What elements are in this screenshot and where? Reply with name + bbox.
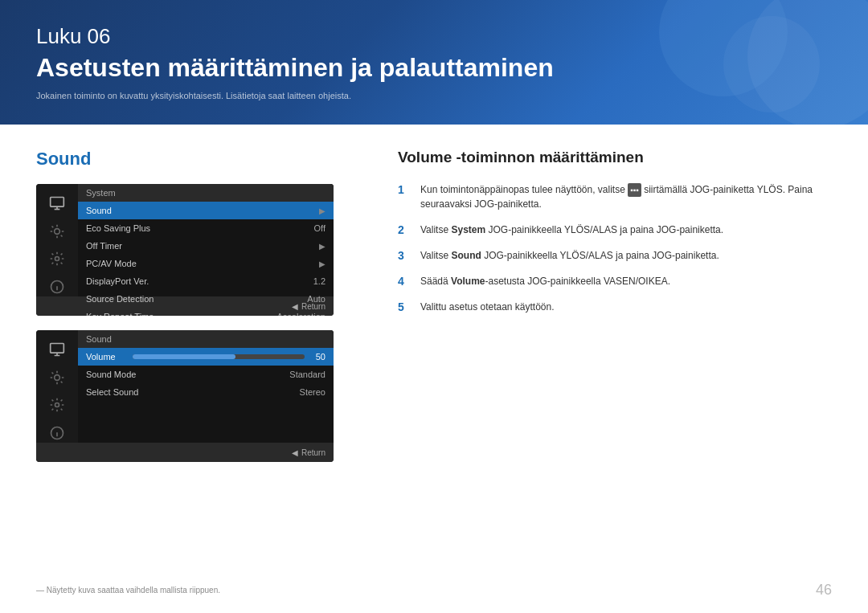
svg-rect-0 (51, 198, 64, 207)
menu-header-2: Sound (78, 330, 334, 348)
svg-point-10 (55, 257, 59, 261)
monitor-screenshot-1: System Sound ▶ Eco Saving Plus Off Off T… (36, 184, 334, 316)
monitor-menu-1: System Sound ▶ Eco Saving Plus Off Off T… (78, 184, 334, 296)
menu-item-selectsound: Select Sound Stereo (78, 383, 334, 401)
header-banner: Luku 06 Asetusten määrittäminen ja palau… (0, 0, 868, 125)
step-item-3: 3 Valitse Sound JOG-painikkeella YLÖS/AL… (398, 248, 832, 263)
volume-value: 50 (309, 352, 326, 362)
menu-item-soundmode: Sound Mode Standard (78, 366, 334, 383)
content-title: Volume -toiminnon määrittäminen (398, 149, 832, 166)
menu-item-offtimer: Off Timer ▶ (78, 237, 334, 255)
menu-header-1: System (78, 184, 334, 202)
monitor-inner-1: System Sound ▶ Eco Saving Plus Off Off T… (36, 184, 334, 296)
svg-line-6 (52, 226, 54, 227)
section-title: Sound (36, 149, 374, 170)
menu-item-displayport: DisplayPort Ver. 1.2 (78, 272, 334, 290)
chapter-label: Luku 06 (36, 24, 832, 49)
svg-line-7 (61, 235, 63, 237)
volume-slider: 50 (133, 352, 326, 362)
svg-line-20 (52, 372, 54, 374)
page-number: 46 (816, 582, 832, 599)
left-column: Sound (36, 149, 374, 589)
monitor-menu-2: Sound Volume 50 Sound Mode Standa (78, 330, 334, 443)
header-subtitle: Jokainen toiminto on kuvattu yksityiskoh… (36, 91, 832, 100)
step-item-1: 1 Kun toimintonäppäinopas tulee näyttöön… (398, 182, 832, 211)
steps-list: 1 Kun toimintonäppäinopas tulee näyttöön… (398, 182, 832, 314)
main-content: Sound (0, 125, 868, 613)
volume-fill (133, 354, 235, 359)
menu-item-pcav: PC/AV Mode ▶ (78, 255, 334, 272)
step-item-5: 5 Valittu asetus otetaan käyttöön. (398, 300, 832, 314)
step-number-4: 4 (398, 275, 409, 288)
step-text-4: Säädä Volume-asetusta JOG-painikkeella V… (420, 274, 670, 288)
return-label-1: ◀ Return (292, 302, 326, 311)
monitor-inner-2: Sound Volume 50 Sound Mode Standa (36, 330, 334, 443)
svg-line-21 (61, 382, 63, 383)
step-text-2: Valitse System JOG-painikkeella YLÖS/ALA… (420, 223, 723, 237)
step-item-2: 2 Valitse System JOG-painikkeella YLÖS/A… (398, 223, 832, 237)
menu-item-volume: Volume 50 (78, 348, 334, 366)
page-title: Asetusten määrittäminen ja palauttaminen (36, 53, 832, 83)
sidebar-icon-info (46, 277, 68, 297)
right-column: Volume -toiminnon määrittäminen 1 Kun to… (398, 149, 832, 589)
svg-rect-14 (51, 344, 64, 353)
step-item-4: 4 Säädä Volume-asetusta JOG-painikkeella… (398, 274, 832, 288)
menu-item-sound: Sound ▶ (78, 202, 334, 219)
step-text-3: Valitse Sound JOG-painikkeella YLÖS/ALAS… (420, 248, 719, 263)
monitor-footer-2: ◀ Return (36, 443, 334, 462)
page-footer: — Näytetty kuva saattaa vaihdella mallis… (0, 582, 868, 599)
step-number-1: 1 (398, 183, 409, 196)
menu-item-eco: Eco Saving Plus Off (78, 219, 334, 237)
step-number-3: 3 (398, 249, 409, 262)
sidebar-icon-settings (46, 249, 68, 269)
return-label-2: ◀ Return (292, 448, 326, 457)
svg-point-24 (55, 403, 59, 407)
monitor-screenshot-2: Sound Volume 50 Sound Mode Standa (36, 330, 334, 462)
sidebar-icon-info-2 (46, 423, 68, 443)
monitor-sidebar-1 (36, 184, 78, 296)
monitor-sidebar-2 (36, 330, 78, 443)
sidebar-icon-brightness-2 (46, 368, 68, 388)
svg-point-3 (55, 228, 60, 234)
sidebar-icon-display-2 (46, 340, 68, 360)
step-number-2: 2 (398, 223, 409, 236)
step-number-5: 5 (398, 300, 409, 313)
volume-track (133, 354, 305, 359)
svg-point-17 (55, 374, 60, 380)
step-text-5: Valittu asetus otetaan käyttöön. (420, 300, 555, 314)
sidebar-icon-brightness (46, 222, 68, 242)
footer-note: — Näytetty kuva saattaa vaihdella mallis… (36, 586, 220, 595)
sidebar-icon-display (46, 194, 68, 214)
step-text-1: Kun toimintonäppäinopas tulee näyttöön, … (420, 182, 832, 211)
sidebar-icon-settings-2 (46, 395, 68, 415)
